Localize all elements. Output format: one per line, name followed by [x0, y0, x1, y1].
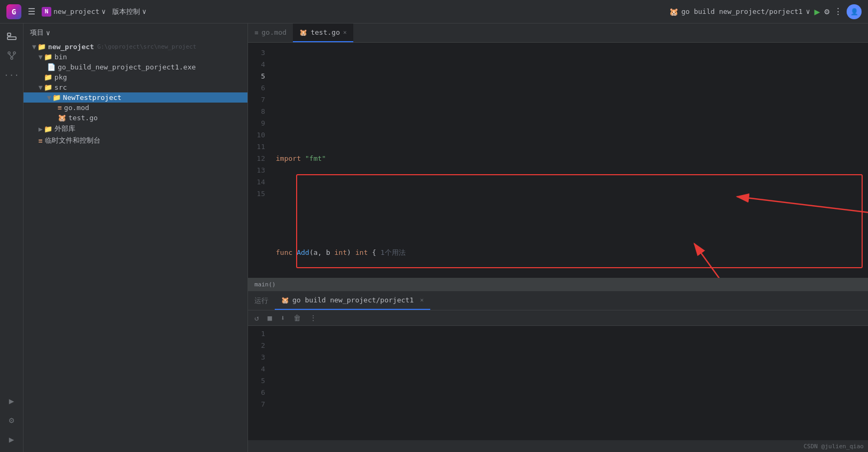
scroll-end-button[interactable]: ⬇: [278, 313, 287, 323]
tree-item-newtestproject[interactable]: ▼ 📁 NewTestproject: [24, 92, 247, 103]
bottom-panel: 运行 🐹 go build new_project/porject1 ✕ ↺ ■…: [248, 291, 868, 440]
file-tree-dropdown: ∨: [46, 29, 50, 37]
file-tree-header[interactable]: 项目 ∨: [24, 24, 247, 42]
svg-point-4: [11, 57, 13, 59]
tab-gomod[interactable]: ≡ go.mod: [248, 24, 293, 42]
svg-line-6: [12, 54, 14, 57]
tree-item-exe[interactable]: 📄 go_build_new_project_porject1.exe: [24, 62, 247, 72]
bottom-status-bar: CSDN @julien_qiao: [248, 440, 868, 452]
version-control-button[interactable]: 版本控制 ∨: [112, 7, 146, 17]
refresh-button[interactable]: ↺: [252, 313, 261, 323]
build-tab-close[interactable]: ✕: [420, 297, 424, 303]
sidebar-icon-debug[interactable]: ⚙: [3, 411, 20, 428]
root-name: new_project: [48, 43, 94, 51]
bottom-line-numbers: 1 2 3 4 5 6 7: [248, 328, 269, 438]
menu-icon[interactable]: ☰: [26, 4, 37, 19]
svg-rect-0: [7, 33, 11, 36]
bottom-tab-run[interactable]: 运行: [248, 291, 275, 310]
code-content[interactable]: import "fmt" func Add(a, b int) int { 1个…: [269, 43, 868, 278]
build-tab-label: go build new_project/porject1: [292, 296, 414, 304]
project-icon: N: [42, 7, 51, 17]
tree-item-root[interactable]: ▼ 📁 new_project G:\goproject\src\new_pro…: [24, 42, 247, 52]
editor-tabs-bar: ≡ go.mod 🐹 test.go ✕: [248, 24, 868, 43]
tab-testgo[interactable]: 🐹 test.go ✕: [293, 24, 353, 42]
sidebar-icons: ··· ▶ ⚙ ▶: [0, 24, 24, 452]
testgo-tab-icon: 🐹: [299, 29, 307, 36]
stop-button[interactable]: ■: [265, 313, 274, 323]
credit-label: CSDN @julien_qiao: [803, 443, 864, 450]
bin-label: bin: [55, 53, 67, 61]
tree-item-external[interactable]: ▶ 📁 外部库: [24, 123, 247, 135]
exe-label: go_build_new_project_porject1.exe: [58, 63, 196, 71]
temp-label: 临时文件和控制台: [45, 136, 100, 145]
user-avatar[interactable]: 👤: [847, 4, 862, 19]
sidebar-icon-git[interactable]: [3, 47, 20, 64]
sidebar-icon-run[interactable]: ▶: [3, 392, 20, 409]
more-button[interactable]: ⋮: [834, 6, 842, 17]
svg-point-2: [8, 52, 10, 54]
src-label: src: [55, 83, 67, 91]
code-line-3: import "fmt": [276, 153, 862, 165]
editor-status-bar: main(): [248, 278, 868, 291]
bottom-tab-build[interactable]: 🐹 go build new_project/porject1 ✕: [275, 291, 430, 310]
code-line-4: [276, 200, 862, 212]
version-dropdown-arrow: ∨: [142, 7, 146, 15]
sidebar-icon-more[interactable]: ···: [3, 66, 20, 83]
svg-point-3: [13, 52, 15, 54]
svg-rect-1: [7, 37, 16, 40]
testgo-label: test.go: [68, 114, 98, 122]
code-editor[interactable]: 3 4 5 6 7 8 9 10 11 12 13 14 15: [248, 43, 868, 278]
newtestproject-label: NewTestproject: [63, 93, 122, 102]
bottom-content: 1 2 3 4 5 6 7: [248, 326, 868, 440]
tree-item-pkg[interactable]: ▶ 📁 pkg: [24, 72, 247, 82]
tree-item-bin[interactable]: ▼ 📁 bin: [24, 52, 247, 62]
gomod-label: go.mod: [64, 104, 89, 112]
gomod-tab-icon: ≡: [254, 29, 258, 36]
project-selector[interactable]: N new_project ∨: [42, 7, 106, 17]
sidebar-icon-project[interactable]: [3, 28, 20, 45]
file-tree: 项目 ∨ ▼ 📁 new_project G:\goproject\src\ne…: [24, 24, 248, 452]
project-dropdown-arrow[interactable]: ∨: [102, 7, 106, 15]
line-numbers: 3 4 5 6 7 8 9 10 11 12 13 14 15: [248, 43, 269, 278]
tree-item-src[interactable]: ▼ 📁 src: [24, 82, 247, 92]
svg-line-5: [9, 54, 12, 57]
settings-button[interactable]: ⚙: [824, 6, 830, 17]
external-label: 外部库: [55, 124, 75, 134]
run-config-area: 🐹 go build new_project/porject1 ∨: [669, 7, 810, 16]
tree-item-testgo[interactable]: 🐹 test.go: [24, 113, 247, 123]
testgo-tab-label: test.go: [311, 28, 340, 36]
current-function: main(): [254, 281, 276, 288]
more-options-button[interactable]: ⋮: [307, 313, 319, 323]
run-config-label: go build new_project/porject1: [681, 7, 803, 15]
run-tab-label: 运行: [254, 296, 268, 306]
app-logo: G: [6, 4, 21, 19]
bottom-toolbar: ↺ ■ ⬇ 🗑 ⋮: [248, 310, 868, 326]
clear-button[interactable]: 🗑: [291, 313, 303, 323]
file-tree-label: 项目: [30, 28, 44, 37]
main-area: ··· ▶ ⚙ ▶ 项目 ∨ ▼ 📁 new_project G:\goproj…: [0, 24, 868, 452]
tree-item-gomod[interactable]: ≡ go.mod: [24, 103, 247, 113]
run-config-dropdown[interactable]: ∨: [806, 7, 810, 15]
sidebar-icon-terminal[interactable]: ▶: [3, 431, 20, 448]
sidebar-bottom-icons: ▶ ⚙ ▶: [3, 392, 20, 448]
root-path: G:\goproject\src\new_project: [97, 43, 196, 50]
project-name-label: new_project: [53, 7, 99, 15]
version-control-label: 版本控制: [112, 7, 140, 17]
pkg-label: pkg: [55, 73, 67, 81]
editor-area: ≡ go.mod 🐹 test.go ✕ 3 4 5 6 7 8 9 10 11…: [248, 24, 868, 452]
testgo-tab-close[interactable]: ✕: [343, 29, 347, 36]
run-button[interactable]: ▶: [815, 6, 820, 17]
bottom-tabs-bar: 运行 🐹 go build new_project/porject1 ✕: [248, 291, 868, 310]
tree-item-temp[interactable]: ≡ 临时文件和控制台: [24, 135, 247, 146]
top-bar: G ☰ N new_project ∨ 版本控制 ∨ 🐹 go build ne…: [0, 0, 868, 24]
gomod-tab-label: go.mod: [261, 28, 286, 36]
bottom-output: [269, 328, 868, 438]
code-line-5: func Add(a, b int) int { 1个用法: [276, 247, 862, 259]
